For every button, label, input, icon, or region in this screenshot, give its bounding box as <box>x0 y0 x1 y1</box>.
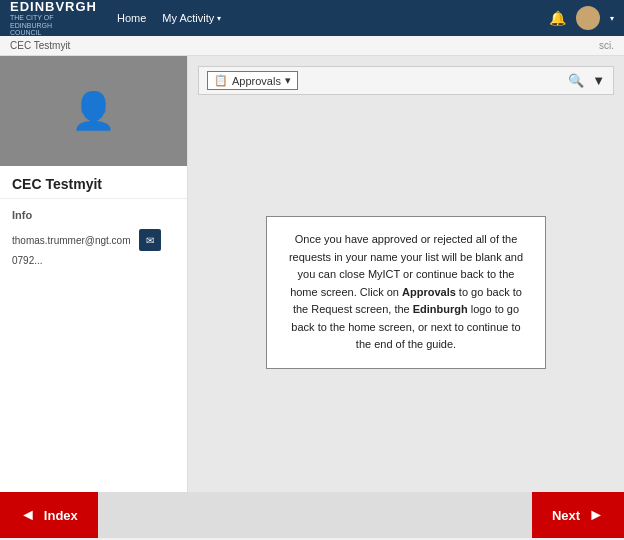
approvals-icon: 📋 <box>214 74 228 87</box>
approvals-chevron-icon: ▾ <box>285 74 291 87</box>
navbar: EDINBVRGH THE CITY OF EDINBURGH COUNCIL … <box>0 0 624 36</box>
search-icon[interactable]: 🔍 <box>568 73 584 88</box>
breadcrumb: CEC Testmyit sci. <box>0 36 624 56</box>
bell-icon[interactable]: 🔔 <box>549 10 566 26</box>
nav-home[interactable]: Home <box>117 12 146 24</box>
avatar[interactable] <box>576 6 600 30</box>
approvals-label: Approvals <box>232 75 281 87</box>
arrow-left-icon: ◄ <box>20 506 36 524</box>
profile-placeholder-icon: 👤 <box>71 90 116 132</box>
logo-subtitle: THE CITY OF EDINBURGH COUNCIL <box>10 14 70 37</box>
arrow-right-icon: ► <box>588 506 604 524</box>
index-button[interactable]: ◄ Index <box>0 492 98 538</box>
nav-my-activity-label: My Activity <box>162 12 214 24</box>
chevron-down-icon: ▾ <box>217 14 221 23</box>
content-area: 📋 Approvals ▾ 🔍 ▼ Once you have approved… <box>188 56 624 492</box>
breadcrumb-text: CEC Testmyit <box>10 40 70 51</box>
approvals-bar: 📋 Approvals ▾ 🔍 ▼ <box>198 66 614 95</box>
main-layout: 👤 CEC Testmyit Info thomas.trummer@ngt.c… <box>0 56 624 492</box>
nav-my-activity[interactable]: My Activity ▾ <box>162 12 221 24</box>
bottom-bar: ◄ Index Next ► <box>0 492 624 538</box>
sidebar: 👤 CEC Testmyit Info thomas.trummer@ngt.c… <box>0 56 188 492</box>
phone-row: 0792... <box>12 255 175 266</box>
next-label: Next <box>552 508 580 523</box>
index-label: Index <box>44 508 78 523</box>
info-box: Once you have approved or rejected all o… <box>266 216 546 369</box>
approvals-button[interactable]: 📋 Approvals ▾ <box>207 71 298 90</box>
info-label: Info <box>12 209 175 221</box>
email-text: thomas.trummer@ngt.com <box>12 235 131 246</box>
info-box-container: Once you have approved or rejected all o… <box>198 103 614 482</box>
filter-icon[interactable]: ▼ <box>592 73 605 88</box>
avatar-chevron-icon: ▾ <box>610 14 614 23</box>
email-row: thomas.trummer@ngt.com ✉ <box>12 229 175 251</box>
navbar-left: EDINBVRGH THE CITY OF EDINBURGH COUNCIL … <box>10 0 221 37</box>
nav-links: Home My Activity ▾ <box>117 12 221 24</box>
phone-text: 0792... <box>12 255 43 266</box>
logo-text: EDINBVRGH <box>10 0 97 14</box>
nav-home-label: Home <box>117 12 146 24</box>
info-box-text: Once you have approved or rejected all o… <box>289 233 523 351</box>
breadcrumb-right: sci. <box>599 40 614 51</box>
next-button[interactable]: Next ► <box>532 492 624 538</box>
approvals-icons: 🔍 ▼ <box>568 73 605 88</box>
profile-image-area: 👤 <box>0 56 187 166</box>
profile-name: CEC Testmyit <box>0 166 187 199</box>
navbar-right: 🔔 ▾ <box>549 6 614 30</box>
logo-area: EDINBVRGH THE CITY OF EDINBURGH COUNCIL <box>10 0 97 37</box>
info-section: Info thomas.trummer@ngt.com ✉ 0792... <box>0 199 187 280</box>
email-icon[interactable]: ✉ <box>139 229 161 251</box>
